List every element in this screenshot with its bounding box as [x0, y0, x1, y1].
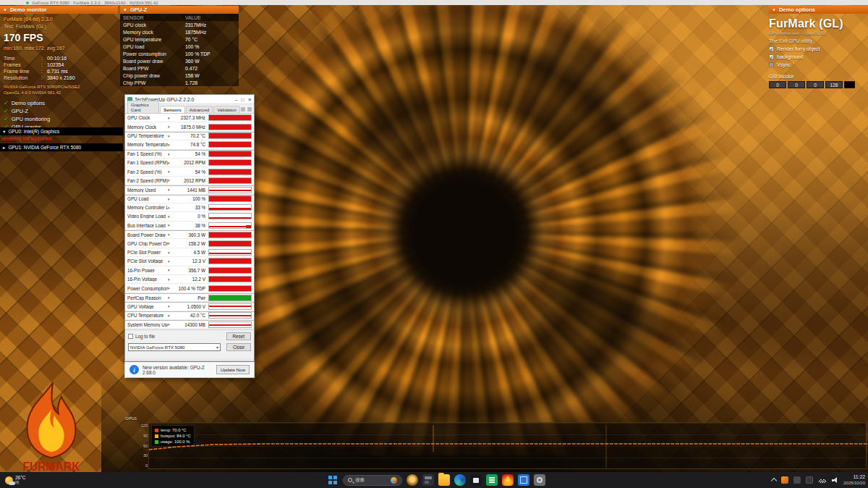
- search-highlights-icon: [391, 477, 397, 484]
- sensor-row[interactable]: GPU Voltage▾1.0500 V: [125, 302, 254, 311]
- minimize-button[interactable]: –: [235, 96, 238, 103]
- osd-gpu-name: NVIDIA GeForce RTX 5080/PCIe/SSE2: [4, 84, 123, 90]
- wifi-icon[interactable]: [818, 478, 827, 483]
- tray-app-icon[interactable]: [793, 476, 801, 484]
- log-to-file-checkbox[interactable]: Log to file: [128, 334, 155, 339]
- gsi-value-input[interactable]: 0: [807, 81, 824, 88]
- tab-graphics-card[interactable]: Graphics Card: [127, 101, 159, 113]
- sensor-row[interactable]: System Memory Used▾14300 MB: [125, 320, 254, 329]
- chevron-down-icon: ▾: [168, 295, 174, 300]
- gpu-temp-line: [149, 423, 867, 470]
- gsi-color-swatch[interactable]: [844, 81, 855, 88]
- gpu1-bar[interactable]: ► GPU1: NVIDIA GeForce RTX 5080: [0, 143, 123, 151]
- taskbar-task-view-icon[interactable]: [407, 474, 418, 486]
- taskbar-clock[interactable]: 11:222025/10/20: [843, 474, 865, 486]
- sensor-row[interactable]: GPU Clock▾2327.3 MHz: [125, 114, 254, 122]
- sensor-row[interactable]: Memory Temperature▾74.8 °C: [125, 140, 254, 149]
- osd-toggle-gpu-monitoring[interactable]: ✓GPU monitoring: [4, 115, 123, 123]
- sensor-row[interactable]: Memory Used▾1441 MB: [125, 185, 254, 194]
- sensor-row[interactable]: CPU Temperature▾42.0 °C: [125, 311, 254, 320]
- expand-arrow-icon: ►: [2, 146, 6, 150]
- close-window-button[interactable]: ✕: [248, 96, 252, 103]
- gpuz-osd-header[interactable]: ▼ GPU-Z: [120, 6, 239, 14]
- taskbar-store-icon[interactable]: [470, 474, 482, 486]
- chevron-down-icon: ▾: [168, 322, 174, 327]
- sensor-graph: [208, 159, 252, 166]
- sensor-row[interactable]: Power Consumption (%)▾100.4 % TDP: [125, 284, 254, 293]
- chevron-down-icon: ▾: [168, 223, 174, 227]
- sensor-row[interactable]: Memory Clock▾1875.0 MHz: [125, 122, 254, 131]
- sensor-row[interactable]: Board Power Draw▾360.3 W: [125, 230, 254, 239]
- gsi-value-input[interactable]: 128: [825, 81, 843, 88]
- gpuz-osd-row: Chip power draw158 W: [120, 72, 239, 79]
- sensor-row[interactable]: Fan 2 Speed (%)▾54 %: [125, 167, 254, 176]
- sensor-row[interactable]: Fan 1 Speed (%)▾54 %: [125, 150, 254, 159]
- sensor-row[interactable]: Bus Interface Load▾38 %: [125, 222, 254, 230]
- furmark-logo: FURMARK: [16, 381, 87, 476]
- start-button-icon[interactable]: [327, 474, 339, 486]
- sensor-row[interactable]: Memory Controller Load▾33 %: [125, 203, 254, 212]
- sensor-row[interactable]: Video Engine Load▾0 %: [125, 212, 254, 221]
- weather-widget[interactable]: 26°C 晴: [2, 472, 29, 488]
- gpu-select-dropdown[interactable]: NVIDIA GeForce RTX 5080 ▾: [128, 343, 221, 351]
- tab-sensors[interactable]: Sensors: [160, 106, 184, 113]
- chevron-down-icon: ▾: [168, 268, 174, 272]
- system-tray: 11:222025/10/20: [772, 472, 865, 488]
- furmark-gl-subtitle: GPU stress test - OpenGL 3.2: [769, 31, 868, 35]
- sensor-row[interactable]: 16-Pin Power▾356.7 W: [125, 266, 254, 275]
- gpu0-bar[interactable]: ▼ GPU0: Intel(R) Graphics: [0, 127, 123, 135]
- checkbox-icon: ✓: [769, 46, 774, 51]
- option-checkbox-vsync[interactable]: Vsync: [769, 62, 868, 67]
- taskbar-settings-icon[interactable]: [534, 474, 545, 486]
- tray-app-icon[interactable]: [806, 476, 813, 484]
- sensor-graph: [208, 295, 252, 301]
- gsi-value-input[interactable]: 0: [788, 81, 805, 88]
- taskbar-widgets-icon[interactable]: [422, 474, 434, 486]
- sensor-row[interactable]: PCIe Slot Voltage▾12.3 V: [125, 257, 254, 266]
- volume-icon[interactable]: [832, 477, 838, 483]
- tab-advanced[interactable]: Advanced: [186, 106, 213, 113]
- sensor-row[interactable]: PerfCap Reason▾Pwr: [125, 293, 254, 302]
- sensor-graph: [208, 222, 252, 229]
- osd-app-version: FurMark (64-bit) 2.3.0: [4, 16, 123, 23]
- sensor-row[interactable]: GPU Temperature▾70.2 °C: [125, 132, 254, 140]
- taskbar-furmark-icon[interactable]: [502, 474, 514, 486]
- demo-options-header[interactable]: ▼ Demo options: [769, 6, 868, 14]
- refresh-icon[interactable]: [247, 107, 252, 112]
- update-now-button[interactable]: Update Now: [216, 365, 250, 374]
- sensor-row[interactable]: Fan 1 Speed (RPM)▾2012 RPM: [125, 159, 254, 167]
- taskbar-gpuz-icon[interactable]: [518, 474, 529, 486]
- tray-chevron-up-icon[interactable]: [771, 478, 777, 484]
- close-button[interactable]: Close: [226, 343, 251, 351]
- reset-button[interactable]: Reset: [226, 332, 251, 340]
- maximize-button[interactable]: □: [242, 96, 244, 103]
- demo-monitor-header[interactable]: ▼ Demo monitor: [0, 6, 118, 14]
- sensor-row[interactable]: Fan 2 Speed (RPM)▾2012 RPM: [125, 177, 254, 185]
- graph-gpu-label: GPU1: [125, 416, 137, 421]
- camera-icon[interactable]: [241, 107, 245, 112]
- option-checkbox-background[interactable]: ✓background: [769, 54, 868, 59]
- clock-date: 2025/10/20: [843, 480, 865, 486]
- search-input[interactable]: 搜索: [343, 475, 402, 486]
- sensor-row[interactable]: 16-Pin Voltage▾12.2 V: [125, 275, 254, 284]
- demo-monitor-body: FurMark (64-bit) 2.3.0 Test: FurMark (GL…: [4, 16, 123, 131]
- gpuz-update-bar: i New version available: GPU-Z 2.68.0 Up…: [124, 362, 255, 378]
- clock-time: 11:22: [853, 474, 865, 480]
- taskbar-file-explorer-icon[interactable]: [438, 474, 450, 486]
- osd-toggle-demo-options[interactable]: ✓Demo options: [4, 99, 123, 107]
- taskbar-edge-icon[interactable]: [454, 474, 466, 486]
- osd-toggle-gpu-z[interactable]: ✓GPU-Z: [4, 107, 123, 115]
- tab-validation[interactable]: Validation: [213, 106, 240, 113]
- gsi-value-input[interactable]: 0: [769, 81, 786, 88]
- osd-opengl-version: OpenGL 4.6.0 NVIDIA 581.42: [4, 90, 123, 96]
- info-icon: i: [129, 365, 139, 374]
- option-checkbox-render-furry-object[interactable]: ✓Render furry object: [769, 46, 868, 51]
- sensor-row[interactable]: PCIe Slot Power▾4.5 W: [125, 248, 254, 257]
- gpuz-osd-row: Board power draw360 W: [120, 57, 239, 64]
- sensor-graph: [208, 285, 252, 292]
- taskbar-notes-icon[interactable]: [486, 474, 498, 486]
- tray-app-icon[interactable]: [781, 476, 788, 484]
- sensor-row[interactable]: GPU Load▾100 %: [125, 195, 254, 203]
- sensor-row[interactable]: GPU Chip Power Draw▾158.2 W: [125, 239, 254, 248]
- chevron-down-icon: ▾: [168, 251, 174, 255]
